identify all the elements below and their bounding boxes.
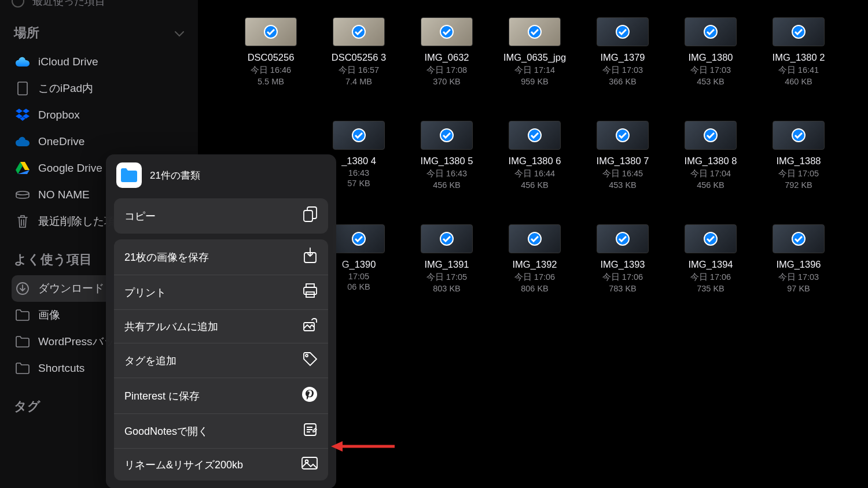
- file-date: 今日 17:06: [602, 272, 643, 283]
- file-item[interactable]: IMG_1380 6今日 16:44456 KB: [491, 121, 579, 190]
- share-action-add-tag[interactable]: タグを追加: [114, 343, 328, 378]
- share-sheet-header: 21件の書類: [106, 154, 336, 198]
- checkmark-icon: [792, 128, 806, 142]
- file-item[interactable]: DSC05256 3今日 16:577.4 MB: [315, 17, 403, 86]
- file-thumbnail: [509, 224, 561, 253]
- share-action-copy[interactable]: コピー: [114, 198, 328, 234]
- file-thumbnail: [597, 17, 649, 46]
- file-item[interactable]: IMG_1380 5今日 16:43456 KB: [403, 121, 491, 190]
- sidebar-section-locations-header[interactable]: 場所: [12, 24, 186, 42]
- file-size: 5.5 MB: [258, 77, 284, 86]
- file-name: G_1390: [342, 259, 376, 270]
- file-item[interactable]: IMG_1393今日 17:06783 KB: [579, 224, 667, 293]
- file-size: 456 KB: [697, 180, 724, 190]
- annotation-arrow: [331, 439, 395, 454]
- file-size: 460 KB: [785, 77, 812, 86]
- image-icon: [301, 457, 318, 472]
- files-app-icon: [116, 162, 142, 188]
- file-item[interactable]: IMG_1391今日 17:05803 KB: [403, 224, 491, 293]
- checkmark-icon: [440, 128, 454, 142]
- goodnotes-icon: [303, 422, 318, 440]
- file-date: 今日 17:03: [690, 65, 731, 76]
- file-date: 今日 17:03: [778, 272, 819, 283]
- share-action-save-images[interactable]: 21枚の画像を保存: [114, 239, 328, 275]
- file-name: IMG_1388: [776, 156, 821, 167]
- checkmark-icon: [616, 232, 630, 246]
- file-thumbnail: [509, 121, 561, 150]
- checkmark-icon: [352, 232, 366, 246]
- file-item[interactable]: IMG_1380 8今日 17:04456 KB: [667, 121, 755, 190]
- checkmark-icon: [352, 128, 366, 142]
- file-thumbnail: [597, 224, 649, 253]
- file-size: 57 KB: [347, 179, 370, 188]
- file-name: IMG_0635_jpg: [503, 52, 566, 63]
- checkmark-icon: [440, 25, 454, 39]
- checkmark-icon: [792, 232, 806, 246]
- sidebar-location-onedrive[interactable]: OneDrive: [12, 128, 186, 155]
- file-date: 今日 16:45: [602, 168, 643, 179]
- onedrive-icon: [15, 134, 30, 149]
- file-thumbnail: [685, 17, 737, 46]
- file-item[interactable]: IMG_1394今日 17:06735 KB: [667, 224, 755, 293]
- shared-album-icon: [303, 318, 318, 335]
- share-sheet: 21件の書類 コピー 21枚の画像を保存 プリント: [106, 154, 336, 488]
- checkmark-icon: [528, 232, 542, 246]
- file-date: 今日 17:04: [690, 168, 731, 179]
- file-thumbnail: [773, 17, 825, 46]
- disk-icon: [15, 187, 30, 202]
- file-name: IMG_1391: [424, 259, 469, 270]
- file-item[interactable]: IMG_1380 7今日 16:45453 KB: [579, 121, 667, 190]
- file-item[interactable]: IMG_0635_jpg今日 17:14959 KB: [491, 17, 579, 86]
- dropbox-icon: [15, 108, 30, 123]
- checkmark-icon: [704, 232, 718, 246]
- save-icon: [303, 247, 318, 267]
- file-date: 今日 17:03: [602, 65, 643, 76]
- sidebar-location-dropbox[interactable]: Dropbox: [12, 102, 186, 128]
- sidebar-location-ipad[interactable]: このiPad内: [12, 75, 186, 102]
- folder-icon: [15, 308, 30, 323]
- file-date: 今日 17:05: [426, 272, 467, 283]
- file-thumbnail: [597, 121, 649, 150]
- file-thumbnail: [685, 224, 737, 253]
- file-size: 453 KB: [697, 77, 724, 86]
- checkmark-icon: [440, 232, 454, 246]
- file-date: 16:43: [348, 168, 369, 178]
- file-name: IMG_1396: [776, 259, 821, 270]
- folder-icon: [15, 361, 30, 376]
- file-item[interactable]: IMG_1396今日 17:0397 KB: [755, 224, 843, 293]
- file-item[interactable]: IMG_1392今日 17:06806 KB: [491, 224, 579, 293]
- file-item[interactable]: DSC05256今日 16:465.5 MB: [227, 17, 315, 86]
- copy-icon: [303, 206, 318, 225]
- file-date: 今日 16:57: [339, 65, 379, 76]
- file-name: IMG_1380: [688, 52, 733, 63]
- file-name: IMG_1380 8: [685, 156, 737, 167]
- file-item[interactable]: IMG_1380 2今日 16:41460 KB: [755, 17, 843, 86]
- file-thumbnail: [509, 17, 561, 46]
- file-date: 今日 17:14: [514, 65, 555, 76]
- share-action-goodnotes[interactable]: GoodNotesで開く: [114, 413, 328, 448]
- print-icon: [303, 283, 318, 301]
- file-size: 959 KB: [521, 77, 549, 86]
- file-size: 7.4 MB: [345, 77, 372, 86]
- file-item[interactable]: IMG_1388今日 17:05792 KB: [755, 121, 843, 190]
- file-date: 今日 16:44: [514, 168, 555, 179]
- checkmark-icon: [616, 128, 630, 142]
- file-date: 今日 17:05: [778, 168, 819, 179]
- file-item[interactable]: IMG_1379今日 17:03366 KB: [579, 17, 667, 86]
- sidebar-location-icloud[interactable]: iCloud Drive: [12, 49, 186, 75]
- file-date: 17:05: [348, 272, 369, 281]
- share-action-rename-resize[interactable]: リネーム&リサイズ200kb: [114, 448, 328, 480]
- file-date: 今日 17:06: [690, 272, 731, 283]
- share-action-pinterest[interactable]: Pinterest に保存: [114, 378, 328, 413]
- file-item[interactable]: IMG_1380今日 17:03453 KB: [667, 17, 755, 86]
- share-action-print[interactable]: プリント: [114, 275, 328, 309]
- pinterest-icon: [301, 386, 318, 405]
- sidebar-recent-item[interactable]: 最近使った項目: [12, 0, 186, 8]
- file-thumbnail: [333, 17, 385, 46]
- file-size: 792 KB: [785, 180, 812, 190]
- file-size: 453 KB: [609, 180, 637, 190]
- share-action-shared-album[interactable]: 共有アルバムに追加: [114, 309, 328, 343]
- file-thumbnail: [333, 121, 385, 150]
- file-item[interactable]: IMG_0632今日 17:08370 KB: [403, 17, 491, 86]
- file-date: 今日 17:06: [514, 272, 555, 283]
